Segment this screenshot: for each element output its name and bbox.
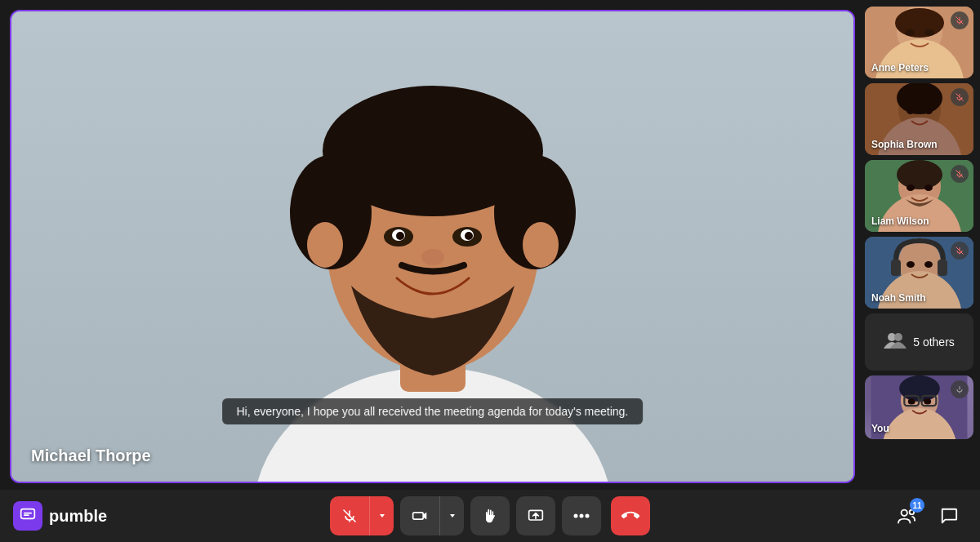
anne-mute-badge: [951, 11, 969, 29]
participant-tile-noah[interactable]: Noah Smith: [865, 237, 973, 309]
others-label: 5 others: [913, 335, 955, 349]
svg-point-50: [908, 398, 915, 404]
liam-mute-badge: [951, 165, 969, 183]
caption-text: Hi, everyone, I hope you all received th…: [237, 405, 629, 418]
toolbar-right: 11: [889, 498, 967, 534]
svg-point-12: [307, 222, 343, 268]
sidebar: Anne Peters Sophia Brown: [862, 0, 980, 490]
svg-point-61: [586, 514, 590, 518]
svg-point-14: [421, 249, 444, 265]
screen-share-button[interactable]: [516, 496, 555, 535]
svg-point-31: [897, 160, 942, 189]
svg-point-39: [906, 261, 915, 268]
logo-icon: [13, 501, 42, 531]
svg-point-17: [895, 8, 944, 38]
svg-point-40: [924, 261, 933, 268]
svg-point-13: [523, 222, 559, 268]
others-icon: [884, 331, 906, 353]
svg-point-33: [906, 184, 915, 191]
more-options-button[interactable]: [562, 496, 601, 535]
camera-dropdown-button[interactable]: [439, 496, 464, 535]
svg-point-45: [894, 333, 902, 341]
svg-point-10: [396, 232, 404, 240]
svg-point-27: [924, 108, 933, 114]
raise-hand-button[interactable]: [470, 496, 510, 535]
svg-point-11: [465, 232, 473, 240]
svg-point-60: [580, 514, 584, 518]
svg-point-51: [924, 398, 931, 404]
you-name: You: [871, 423, 889, 434]
svg-point-59: [574, 514, 578, 518]
participants-badge: 11: [910, 498, 924, 513]
participant-tile-sophia[interactable]: Sophia Brown: [865, 83, 973, 155]
toolbar: pumble: [0, 490, 980, 542]
camera-group: [400, 496, 464, 535]
svg-point-62: [902, 510, 907, 516]
svg-point-34: [924, 184, 933, 191]
main-video-container: Hi, everyone, I hope you all received th…: [0, 0, 862, 490]
others-tile[interactable]: 5 others: [865, 313, 973, 371]
sophia-name: Sophia Brown: [871, 139, 938, 150]
logo-area: pumble: [13, 501, 107, 531]
svg-point-19: [905, 29, 915, 36]
you-mute-badge: [951, 380, 969, 398]
logo-text: pumble: [49, 507, 107, 526]
main-content: Hi, everyone, I hope you all received th…: [0, 0, 980, 490]
participants-button[interactable]: 11: [889, 498, 924, 534]
toolbar-center: [330, 496, 650, 535]
main-video: Hi, everyone, I hope you all received th…: [10, 10, 855, 483]
svg-rect-42: [938, 260, 947, 276]
camera-button[interactable]: [400, 496, 439, 535]
mic-dropdown-button[interactable]: [369, 496, 394, 535]
speaker-name: Michael Thorpe: [31, 446, 151, 465]
anne-name: Anne Peters: [871, 62, 929, 73]
svg-point-20: [924, 29, 934, 36]
participant-tile-anne[interactable]: Anne Peters: [865, 7, 973, 78]
end-call-button[interactable]: [611, 496, 650, 535]
chat-button[interactable]: [931, 498, 967, 534]
svg-rect-57: [413, 513, 424, 519]
liam-name: Liam Wilson: [871, 215, 929, 227]
participant-tile-you[interactable]: You: [865, 375, 973, 439]
svg-rect-41: [891, 260, 901, 276]
noah-mute-badge: [951, 242, 969, 260]
noah-name: Noah Smith: [871, 292, 926, 304]
mute-button[interactable]: [330, 496, 369, 535]
svg-point-26: [906, 108, 915, 114]
sophia-mute-badge: [951, 88, 969, 106]
participant-tile-liam[interactable]: Liam Wilson: [865, 160, 973, 232]
mic-group: [330, 496, 394, 535]
caption: Hi, everyone, I hope you all received th…: [222, 398, 644, 424]
